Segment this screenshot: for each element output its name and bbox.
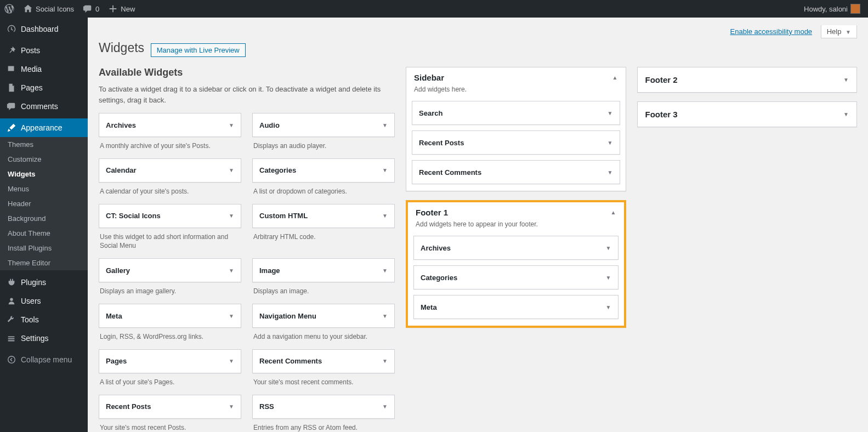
users-icon: [7, 296, 16, 306]
menu-tools[interactable]: Tools: [0, 310, 88, 329]
chevron-down-icon: ▼: [229, 213, 234, 219]
chevron-down-icon: ▼: [843, 77, 849, 83]
available-widget-desc: A calendar of your site's posts.: [99, 183, 241, 198]
widget-instance-title: Recent Posts: [419, 139, 464, 147]
widget-area-footer1-desc: Add widgets here to appear in your foote…: [408, 218, 624, 234]
submenu-about-theme[interactable]: About Theme: [0, 226, 88, 241]
menu-users[interactable]: Users: [0, 292, 88, 310]
available-widget-desc: A list or dropdown of categories.: [252, 183, 395, 198]
widget-area-sidebar-desc: Add widgets here.: [406, 83, 626, 99]
available-widget-title: RSS: [259, 402, 274, 411]
submenu-menus[interactable]: Menus: [0, 181, 88, 196]
available-widget-title: Calendar: [106, 166, 137, 174]
available-widget-desc: Entries from any RSS or Atom feed.: [252, 419, 395, 432]
menu-tools-label: Tools: [21, 315, 39, 324]
widget-instance[interactable]: Recent Comments▼: [412, 160, 620, 184]
page-icon: [7, 83, 16, 93]
my-account[interactable]: Howdy, saloni: [799, 0, 865, 18]
menu-dashboard-label: Dashboard: [21, 25, 59, 33]
site-name-link[interactable]: Social Icons: [19, 0, 78, 18]
chevron-down-icon: ▼: [229, 313, 234, 319]
available-widget-desc: Your site's most recent comments.: [252, 373, 395, 389]
menu-media[interactable]: Media: [0, 60, 88, 78]
live-preview-button[interactable]: Manage with Live Preview: [151, 43, 246, 57]
menu-pages[interactable]: Pages: [0, 78, 88, 97]
available-widgets-column: Available Widgets To activate a widget d…: [99, 67, 395, 432]
menu-dashboard[interactable]: Dashboard: [0, 20, 88, 38]
available-widget[interactable]: Recent Comments▼: [252, 349, 395, 373]
plus-icon: [108, 4, 118, 14]
available-widget-desc: Displays an audio player.: [252, 137, 395, 153]
available-widget[interactable]: Navigation Menu▼: [252, 304, 395, 328]
available-widget[interactable]: Image▼: [252, 258, 395, 282]
chevron-down-icon: ▼: [608, 140, 613, 146]
new-content-link[interactable]: New: [104, 0, 139, 18]
chevron-down-icon: ▼: [606, 304, 611, 310]
widget-instance[interactable]: Search▼: [412, 101, 620, 125]
submenu-customize[interactable]: Customize: [0, 152, 88, 167]
admin-menu: Dashboard Posts Media Pages Comments App…: [0, 18, 88, 432]
available-widget[interactable]: Recent Posts▼: [99, 395, 241, 419]
chevron-down-icon: ▼: [608, 110, 613, 116]
chevron-down-icon: ▼: [229, 403, 234, 410]
chevron-down-icon: ▼: [606, 275, 611, 281]
widget-instance[interactable]: Recent Posts▼: [412, 130, 620, 155]
comments-link[interactable]: 0: [78, 0, 104, 18]
available-widget[interactable]: Calendar▼: [99, 158, 241, 183]
widget-area-footer3-toggle[interactable]: Footer 3 ▼: [638, 102, 857, 127]
menu-comments[interactable]: Comments: [0, 97, 88, 116]
submenu-background[interactable]: Background: [0, 211, 88, 226]
menu-posts[interactable]: Posts: [0, 41, 88, 60]
widget-instance[interactable]: Archives▼: [413, 236, 619, 260]
submenu-install-plugins[interactable]: Install Plugins: [0, 241, 88, 255]
available-widget-desc: Displays an image gallery.: [99, 282, 241, 298]
widget-area-footer2-title: Footer 2: [645, 75, 678, 84]
widget-area-sidebar-toggle[interactable]: Sidebar ▲: [406, 67, 626, 83]
menu-settings-label: Settings: [21, 334, 49, 343]
widget-instance[interactable]: Meta▼: [413, 295, 619, 319]
available-widget[interactable]: Gallery▼: [99, 258, 241, 282]
menu-plugins[interactable]: Plugins: [0, 273, 88, 292]
chevron-down-icon: ▼: [846, 29, 851, 35]
wp-logo[interactable]: [0, 0, 19, 18]
available-widget[interactable]: Archives▼: [99, 113, 241, 137]
submenu-header[interactable]: Header: [0, 196, 88, 211]
chevron-up-icon: ▲: [612, 75, 618, 81]
available-widgets-grid: Archives▼A monthly archive of your site'…: [99, 113, 395, 432]
site-title-text: Social Icons: [36, 5, 74, 13]
available-widget[interactable]: RSS▼: [252, 395, 395, 419]
widget-instance[interactable]: Categories▼: [413, 265, 619, 289]
menu-comments-label: Comments: [21, 102, 58, 111]
submenu-widgets[interactable]: Widgets: [0, 167, 88, 181]
home-icon: [23, 4, 33, 14]
menu-collapse[interactable]: Collapse menu: [0, 350, 88, 369]
widget-area-footer3-title: Footer 3: [645, 110, 678, 119]
help-tab[interactable]: Help ▼: [821, 25, 857, 38]
available-widget-desc: Add a navigation menu to your sidebar.: [252, 328, 395, 344]
menu-media-label: Media: [21, 65, 42, 73]
submenu-themes[interactable]: Themes: [0, 137, 88, 152]
menu-posts-label: Posts: [21, 46, 40, 55]
available-widget[interactable]: Meta▼: [99, 304, 241, 328]
available-widget-title: Archives: [106, 121, 136, 129]
accessibility-mode-link[interactable]: Enable accessibility mode: [730, 27, 813, 36]
available-widget[interactable]: Custom HTML▼: [252, 204, 395, 228]
chevron-down-icon: ▼: [382, 268, 388, 274]
available-widget[interactable]: Pages▼: [99, 349, 241, 373]
widget-area-footer1-toggle[interactable]: Footer 1 ▲: [408, 202, 624, 218]
available-widget[interactable]: Audio▼: [252, 113, 395, 137]
widget-area-footer2-toggle[interactable]: Footer 2 ▼: [638, 67, 857, 92]
chevron-down-icon: ▼: [382, 167, 388, 173]
available-widget[interactable]: Categories▼: [252, 158, 395, 183]
menu-settings[interactable]: Settings: [0, 329, 88, 348]
pin-icon: [7, 46, 16, 55]
available-widget[interactable]: CT: Social Icons▼: [99, 204, 241, 228]
widget-area-sidebar: Sidebar ▲ Add widgets here. Search▼Recen…: [406, 67, 626, 191]
submenu-theme-editor[interactable]: Theme Editor: [0, 255, 88, 270]
admin-toolbar: Social Icons 0 New Howdy, saloni: [0, 0, 868, 18]
menu-appearance[interactable]: Appearance: [0, 118, 88, 137]
chevron-down-icon: ▼: [843, 111, 849, 117]
available-widgets-description: To activate a widget drag it to a sideba…: [99, 84, 395, 105]
available-widget-title: Recent Posts: [106, 402, 151, 411]
available-widget-desc: Your site's most recent Posts.: [99, 419, 241, 432]
